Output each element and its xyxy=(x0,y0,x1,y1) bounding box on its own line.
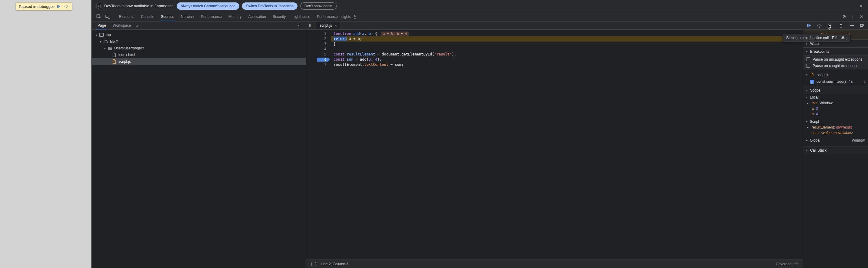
scope-var-a[interactable]: a:3 xyxy=(803,106,868,111)
tab-memory[interactable]: Memory xyxy=(225,12,245,21)
checkbox[interactable] xyxy=(806,57,810,61)
breakpoint-entry[interactable]: const sum = add(3, 4);6 xyxy=(803,78,868,85)
scope-var-b[interactable]: b:4 xyxy=(803,111,868,117)
tab-application[interactable]: Application xyxy=(245,12,269,21)
tree-item-script-js[interactable]: script.js xyxy=(92,58,306,65)
tab-sources[interactable]: Sources xyxy=(158,12,178,21)
navigator-tab-page[interactable]: Page xyxy=(94,22,110,29)
tree-item-label: file:// xyxy=(110,39,118,44)
toggle-pause-on-uncaught-exceptions[interactable]: Pause on uncaught exceptions xyxy=(803,56,868,62)
close-devtools-icon[interactable]: × xyxy=(857,12,866,21)
tree-item-index-html[interactable]: index.html xyxy=(92,52,306,58)
scope-var-name: this xyxy=(812,101,817,105)
gutter-line-5[interactable]: 5 xyxy=(306,52,331,57)
navigator-tab-workspace[interactable]: Workspace xyxy=(110,22,134,29)
tab-performance-insights[interactable]: Performance insights xyxy=(314,12,360,21)
code-line-2[interactable]: return a + b; xyxy=(331,36,803,41)
gutter-line-7[interactable]: 7 xyxy=(306,62,331,67)
scope-group-label: Local xyxy=(810,95,818,99)
code-line-7[interactable]: resultElement.textContent = sum; xyxy=(331,62,803,67)
navigator-tabs: PageWorkspace xyxy=(94,22,134,29)
scope-var-value: div#result xyxy=(836,125,851,129)
gutter-line-4[interactable]: 4 xyxy=(306,47,331,52)
scope-var-value: 4 xyxy=(816,112,818,116)
code-token: = sum; xyxy=(389,62,404,67)
infobar-action-don-t-show-again[interactable]: Don't show again xyxy=(300,2,337,10)
code-line-1[interactable]: function add(a, b) {a = 3, b = 4 xyxy=(331,31,803,36)
tree-item-file[interactable]: ▾file:// xyxy=(92,38,306,45)
scope-var-separator: : xyxy=(834,125,835,129)
code-line-3[interactable]: } xyxy=(331,41,803,47)
more-menu-icon[interactable]: ⋮ xyxy=(848,12,857,21)
checkbox[interactable] xyxy=(810,80,814,84)
editor-tab-script-js[interactable]: script.js × xyxy=(316,22,341,29)
navigator-menu-icon[interactable]: ⋮ xyxy=(293,22,304,29)
step-over-icon[interactable] xyxy=(816,22,823,29)
scope-group-script[interactable]: ▾Script xyxy=(803,118,868,125)
gutter-line-6[interactable]: 6 xyxy=(306,57,331,62)
tree-item-label: script.js xyxy=(119,59,131,64)
step-icon[interactable] xyxy=(848,22,855,29)
gutter-line-1[interactable]: 1 xyxy=(306,31,331,36)
deactivate-breakpoints-icon[interactable] xyxy=(859,22,866,29)
banner-step-over-icon[interactable] xyxy=(64,4,69,9)
scope-group-global[interactable]: ▸GlobalWindow xyxy=(803,137,868,143)
section-call-stack[interactable]: ▾ Call Stack xyxy=(803,146,868,154)
code-line-4[interactable] xyxy=(331,47,803,52)
scope-var-this[interactable]: ▸this:Window xyxy=(803,100,868,106)
disclosure-triangle-icon: ▸ xyxy=(807,101,809,105)
gutter-line-3[interactable]: 3 xyxy=(306,41,331,47)
tab-performance[interactable]: Performance xyxy=(197,12,225,21)
gutter-line-2[interactable]: 2 xyxy=(306,36,331,41)
tab-lighthouse[interactable]: Lighthouse xyxy=(289,12,314,21)
checkbox[interactable] xyxy=(806,64,810,68)
breakpoint-group-script-js[interactable]: ▾script.js xyxy=(803,71,868,78)
code-token: function xyxy=(334,32,351,36)
scope-var-resultelement[interactable]: ▸resultElement:div#result xyxy=(803,125,868,130)
infobar-action-always-match-chrome-s-language[interactable]: Always match Chrome's language xyxy=(177,2,239,10)
step-into-icon[interactable] xyxy=(827,22,834,29)
close-tab-icon[interactable]: × xyxy=(335,23,337,28)
code-line-6[interactable]: const sum = add(3, 4); xyxy=(331,57,803,62)
settings-gear-icon[interactable]: ⚙ xyxy=(840,12,848,21)
step-out-icon[interactable] xyxy=(837,22,845,29)
browser-page-background: Paused in debugger xyxy=(0,0,92,268)
tab-elements[interactable]: Elements xyxy=(116,12,137,21)
tree-item-label: index.html xyxy=(119,53,135,57)
scope-disclosure: ▾ xyxy=(805,89,808,92)
tree-item-label: Users/user/project xyxy=(114,46,144,50)
section-scope[interactable]: ▾ Scope xyxy=(803,86,868,94)
tree-item-users-user-project[interactable]: ▾Users/user/project xyxy=(92,45,306,52)
tree-item-top[interactable]: ▾top xyxy=(92,32,306,38)
code-token: ); xyxy=(452,52,456,56)
paused-banner-label: Paused in debugger xyxy=(19,4,54,9)
code-line-5[interactable]: const resultElement = document.getElemen… xyxy=(331,52,803,57)
scope-var-sum[interactable]: sum:<value unavailable> xyxy=(803,130,868,136)
code-token: ); xyxy=(377,57,382,62)
scope-var-separator: : xyxy=(814,107,815,111)
tab-security[interactable]: Security xyxy=(269,12,289,21)
breakpoint-marker[interactable]: 6 xyxy=(317,58,330,62)
tab-console[interactable]: Console xyxy=(137,12,158,21)
infobar-action-switch-devtools-to-japanese[interactable]: Switch DevTools to Japanese xyxy=(242,2,298,10)
infobar-close-icon[interactable]: × xyxy=(858,3,864,9)
resume-icon[interactable] xyxy=(805,22,812,29)
code-token: sum xyxy=(347,57,353,62)
pretty-print-icon[interactable]: { } xyxy=(311,262,317,266)
infobar-message: DevTools is now available in Japanese! xyxy=(104,4,173,8)
file-html-icon xyxy=(112,53,117,57)
tab-network[interactable]: Network xyxy=(178,12,197,21)
scope-var-name: sum xyxy=(812,131,818,135)
code-editor[interactable]: 1234567 function add(a, b) {a = 3, b = 4… xyxy=(306,30,803,260)
more-tabs-icon[interactable]: » xyxy=(134,22,141,29)
inspect-icon[interactable] xyxy=(94,12,103,21)
section-breakpoints[interactable]: ▾ Breakpoints xyxy=(803,47,868,55)
device-toolbar-icon[interactable] xyxy=(103,12,113,21)
scope-group-local[interactable]: ▾Local xyxy=(803,94,868,100)
disclosure-triangle-icon: ▾ xyxy=(805,120,808,123)
panel-left-icon[interactable] xyxy=(306,22,316,29)
paused-in-debugger-banner: Paused in debugger xyxy=(16,2,72,10)
toggle-pause-on-caught-exceptions[interactable]: Pause on caught exceptions xyxy=(803,62,868,69)
resume-script-icon[interactable] xyxy=(56,4,62,9)
tab-label: Lighthouse xyxy=(292,14,310,19)
